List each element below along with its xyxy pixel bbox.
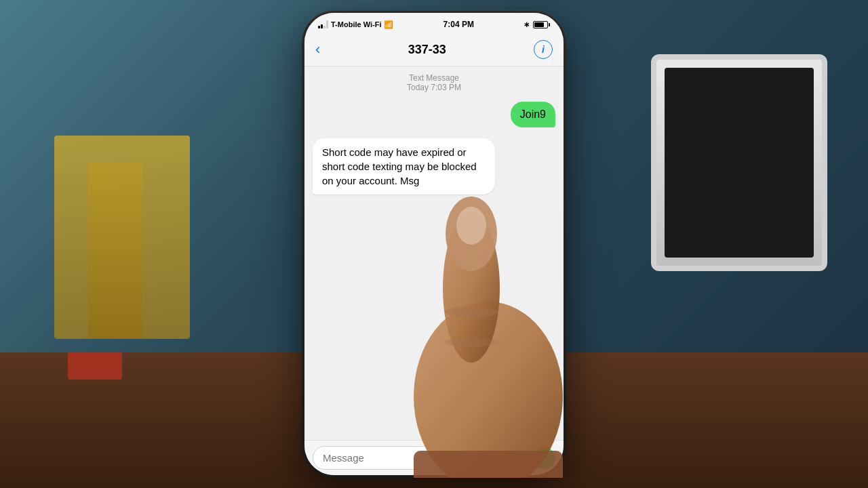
status-time: 7:04 PM [443, 20, 474, 29]
phone-wrapper: T-Mobile Wi-Fi 📶 7:04 PM ∗ [302, 10, 566, 478]
status-left: T-Mobile Wi-Fi 📶 [318, 20, 393, 29]
bg-screen [665, 68, 814, 258]
bg-frame [651, 54, 827, 271]
battery-fill [534, 22, 544, 27]
status-right: ∗ [524, 20, 550, 29]
signal-bar-3 [323, 26, 326, 28]
info-icon-label: i [542, 44, 545, 55]
battery-body [533, 21, 548, 28]
info-button[interactable]: i [534, 40, 553, 59]
bg-cylinder-2 [88, 163, 142, 339]
hand-overlay [373, 193, 576, 478]
hand-svg [373, 193, 576, 478]
nav-bar: ‹ 337-33 i [304, 35, 564, 66]
wifi-icon: 📶 [384, 20, 393, 29]
received-message-row: Short code may have expired or short cod… [304, 136, 564, 197]
conversation-title: 337-33 [408, 43, 446, 57]
bluetooth-icon: ∗ [524, 20, 530, 29]
signal-bar-2 [321, 24, 323, 28]
battery-tip [549, 23, 550, 26]
signal-icon [318, 20, 328, 28]
sent-bubble: Join9 [511, 102, 555, 127]
timestamp-label: Text Message [304, 73, 564, 83]
scene: T-Mobile Wi-Fi 📶 7:04 PM ∗ [0, 0, 868, 488]
svg-point-3 [444, 306, 498, 317]
signal-bar-1 [318, 26, 320, 28]
svg-point-5 [456, 207, 486, 245]
message-timestamp: Text Message Today 7:03 PM [304, 73, 564, 92]
status-bar: T-Mobile Wi-Fi 📶 7:04 PM ∗ [304, 13, 564, 35]
carrier-label: T-Mobile Wi-Fi [331, 20, 381, 28]
svg-rect-6 [414, 451, 563, 478]
back-button[interactable]: ‹ [315, 41, 320, 58]
bg-red-object [68, 352, 122, 380]
sent-message-row: Join9 [304, 99, 564, 130]
timestamp-time: Today 7:03 PM [304, 83, 564, 92]
signal-bar-4 [326, 20, 328, 28]
battery-indicator [533, 21, 550, 28]
received-bubble: Short code may have expired or short cod… [313, 138, 495, 195]
svg-point-4 [444, 338, 498, 347]
